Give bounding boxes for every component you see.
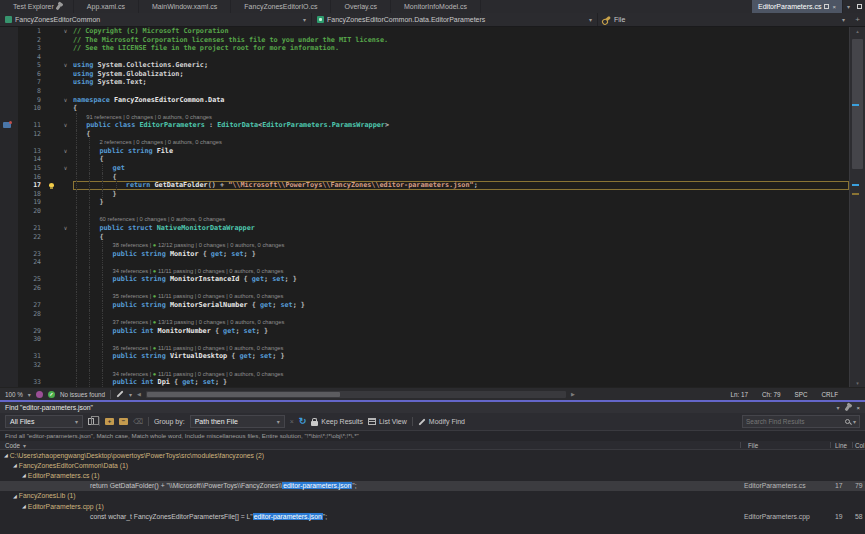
codelens-text[interactable]: 34 references | ● 11/11 passing | 0 chan… [73, 370, 284, 379]
code-line[interactable]: 25public string MonitorInstanceId { get;… [0, 275, 849, 284]
horizontal-scrollbar[interactable] [146, 391, 566, 398]
expand-arrow-icon[interactable]: ◢ [22, 472, 26, 478]
code-line[interactable]: 27public string MonitorSerialNumber { ge… [0, 301, 849, 310]
code-line[interactable]: 33public int Dpi { get; set; } [0, 378, 849, 387]
pin-icon[interactable] [845, 404, 851, 411]
fold-marker[interactable]: ∨ [58, 96, 73, 105]
column-divider[interactable] [852, 442, 853, 448]
type-dropdown[interactable]: FancyZonesEditorCommon.Data.EditorParame… [312, 13, 598, 26]
scroll-down-icon[interactable]: ▾ [850, 379, 865, 387]
split-editor-icon[interactable]: + [850, 13, 865, 26]
code-line[interactable]: 19} [0, 198, 849, 207]
expand-arrow-icon[interactable]: ◢ [13, 462, 17, 468]
expand-arrow-icon[interactable]: ◢ [13, 493, 17, 499]
fold-marker[interactable]: ∨ [58, 224, 73, 233]
code-line[interactable]: 22{ [0, 233, 849, 242]
code-line[interactable]: 8 [0, 87, 849, 96]
code-line[interactable]: 10{ [0, 104, 849, 113]
copy-icon[interactable] [88, 418, 94, 425]
code-line[interactable]: 26 [0, 284, 849, 293]
codelens-row[interactable]: 37 references | ● 13/13 passing | 0 chan… [0, 318, 849, 327]
find-result-row[interactable]: ◢EditorParameters.cpp (1) [0, 501, 865, 511]
refresh-icon[interactable]: ↻ [299, 417, 307, 426]
fold-marker[interactable]: ∨ [58, 164, 73, 173]
tab-item[interactable]: App.xaml.cs [74, 0, 139, 13]
find-result-row[interactable]: ◢FancyZonesEditorCommon\Data (1) [0, 460, 865, 470]
code-line[interactable]: 1∨// Copyright (c) Microsoft Corporation [0, 27, 849, 36]
codelens-text[interactable]: 38 references | ● 12/12 passing | 0 chan… [73, 241, 284, 250]
codelens-text[interactable]: 34 references | ● 11/11 passing | 0 chan… [73, 267, 284, 276]
scroll-right-icon[interactable]: ▶ [571, 392, 575, 397]
lightbulb-icon[interactable] [49, 183, 54, 187]
code-line[interactable]: 18} [0, 190, 849, 199]
chevron-down-icon[interactable] [28, 391, 31, 398]
float-tab-button[interactable] [854, 0, 865, 13]
collapse-all-icon[interactable]: − [119, 418, 128, 425]
extension-status-icon[interactable] [36, 391, 43, 398]
modify-find-button[interactable]: Modify Find [418, 418, 465, 425]
col-column-header[interactable]: Col [855, 441, 864, 450]
quick-actions-icon[interactable] [116, 390, 123, 397]
code-line[interactable]: 28 [0, 310, 849, 319]
vertical-scrollbar[interactable]: ▴ ▾ [849, 27, 865, 387]
zoom-level[interactable]: 100 % [5, 391, 23, 398]
code-line[interactable]: 21∨public struct NativeMonitorDataWrappe… [0, 224, 849, 233]
code-line[interactable]: 5∨using System.Collections.Generic; [0, 61, 849, 70]
codelens-row[interactable]: 35 references | ● 11/11 passing | 0 chan… [0, 292, 849, 301]
code-line[interactable]: 24 [0, 258, 849, 267]
expand-arrow-icon[interactable]: ◢ [22, 503, 26, 509]
code-line[interactable]: 30 [0, 335, 849, 344]
chevron-down-icon[interactable] [129, 391, 132, 398]
tab-item[interactable]: MonitorInfoModel.cs [391, 0, 481, 13]
window-position-icon[interactable] [836, 404, 839, 411]
keep-results-button[interactable]: Keep Results [311, 418, 363, 426]
codelens-row[interactable]: 38 references | ● 12/12 passing | 0 chan… [0, 241, 849, 250]
column-divider[interactable] [830, 442, 831, 448]
codelens-row[interactable]: 60 references | 0 changes | 0 authors, 0… [0, 215, 849, 224]
member-dropdown[interactable]: File [598, 13, 850, 26]
code-line[interactable]: 2// The Microsoft Corporation licenses t… [0, 36, 849, 45]
find-result-row[interactable]: ◢C:\Users\zhaopengwang\Desktop\powertoys… [0, 450, 865, 460]
scope-dropdown[interactable]: All Files [5, 415, 83, 428]
issues-status[interactable]: No issues found [60, 391, 105, 398]
search-input[interactable] [746, 418, 842, 425]
tab-active-editorparameters[interactable]: EditorParameters.cs × [752, 0, 843, 13]
code-line[interactable]: 20 [0, 207, 849, 216]
chevron-down-icon[interactable] [853, 418, 856, 425]
codelens-text[interactable]: 91 references | 0 changes | 0 authors, 0… [73, 113, 212, 122]
find-result-row[interactable]: ◢FancyZonesLib (1) [0, 491, 865, 501]
code-line[interactable]: 3// See the LICENSE file in the project … [0, 44, 849, 53]
codelens-text[interactable]: 37 references | ● 13/13 passing | 0 chan… [73, 318, 284, 327]
codelens-text[interactable]: 60 references | 0 changes | 0 authors, 0… [73, 215, 225, 224]
code-line[interactable]: 32 [0, 361, 849, 370]
scrollbar-thumb[interactable] [147, 392, 340, 397]
keep-open-icon[interactable] [824, 4, 829, 9]
scroll-left-icon[interactable]: ◀ [137, 392, 141, 397]
search-find-results-box[interactable] [742, 415, 860, 428]
find-result-row[interactable]: ◢EditorParameters.cs (1) [0, 470, 865, 480]
code-line[interactable]: 14{ [0, 155, 849, 164]
tab-list-dropdown-button[interactable] [843, 0, 854, 13]
column-divider[interactable] [740, 442, 741, 448]
space-indicator[interactable]: SPC [795, 391, 808, 398]
tab-item[interactable]: Test Explorer [0, 0, 74, 13]
clear-results-icon[interactable]: ⌫ [133, 418, 143, 425]
codelens-text[interactable]: 35 references | ● 11/11 passing | 0 chan… [73, 292, 284, 301]
tab-item[interactable]: Overlay.cs [331, 0, 391, 13]
eol-indicator[interactable]: CRLF [822, 391, 838, 398]
code-line[interactable]: 29public int MonitorNumber { get; set; } [0, 327, 849, 336]
reference-glyph-icon[interactable] [3, 122, 11, 128]
project-dropdown[interactable]: FancyZonesEditorCommon [0, 13, 312, 26]
file-column-header[interactable]: File [748, 441, 758, 450]
codelens-row[interactable]: 34 references | ● 11/11 passing | 0 chan… [0, 370, 849, 379]
expand-arrow-icon[interactable]: ◢ [4, 452, 8, 458]
close-tab-icon[interactable]: × [832, 4, 836, 10]
code-column-header[interactable]: Code [0, 442, 26, 449]
list-view-button[interactable]: List View [368, 418, 407, 425]
codelens-row[interactable]: 2 references | 0 changes | 0 authors, 0 … [0, 138, 849, 147]
scroll-up-icon[interactable]: ▴ [850, 27, 865, 35]
code-line[interactable]: 23public string Monitor { get; set; } [0, 250, 849, 259]
tab-item[interactable]: MainWindow.xaml.cs [139, 0, 231, 13]
expand-all-icon[interactable]: + [105, 418, 114, 425]
code-line[interactable]: 16{ [0, 173, 849, 182]
